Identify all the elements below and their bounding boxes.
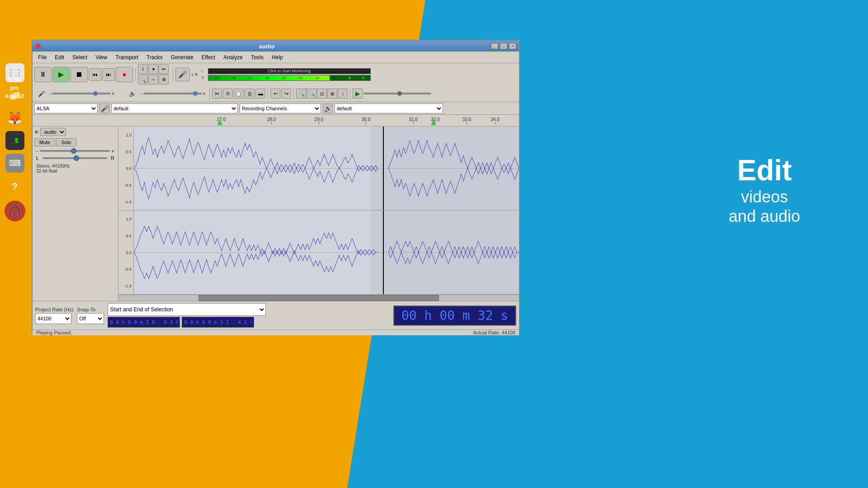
close-button[interactable]: × [509,43,516,49]
recording-channels-select[interactable]: Recording Channels [240,103,321,113]
menu-tracks[interactable]: Tracks [143,53,166,61]
speed-slider[interactable] [363,93,431,94]
ruler-mark-31: 31.0 [409,117,417,124]
waveform-track-top[interactable]: 1.0 0.5 0.0 -0.5 -1.0 [118,127,519,211]
selection-start-input[interactable] [108,317,180,328]
menu-analyze[interactable]: Analyze [220,53,246,61]
edit-word: Edit [737,154,792,187]
lr-label-l: L [192,72,194,77]
draw-tool-button[interactable]: ✏ [159,64,169,74]
title-bar: audio _ □ × [33,41,519,52]
mute-button[interactable]: Mute [34,138,55,146]
mic-icon[interactable]: 🎤 [175,68,190,81]
input-device-select[interactable]: default [111,103,238,113]
zoom-out-button[interactable]: 🔍 [307,89,316,99]
spk-max-label: + [203,91,206,96]
spk-vol-slider[interactable] [143,93,202,94]
mic-vol-icon: 🎤 [34,87,49,100]
zoom-sel-button[interactable]: ⊡ [317,89,327,99]
horizontal-scrollbar[interactable] [118,295,519,301]
cut-button[interactable]: ✂ [212,89,222,99]
select-tool-button[interactable]: I [138,64,148,74]
audio-host-select[interactable]: ALSA [34,103,98,113]
scrollbar-thumb[interactable] [198,295,439,301]
menu-file[interactable]: File [34,53,50,61]
output-toggle-btn[interactable]: 🔊 [323,103,333,113]
snap-to-select[interactable]: Off [77,313,104,324]
minimize-button[interactable]: _ [491,43,498,49]
zoom-in-tool-button[interactable]: 🔍 [138,75,148,84]
snap-to-label: Snap-To [77,307,95,312]
pan-l-label: L [36,155,39,161]
pause-button[interactable]: ⏸ [34,67,52,82]
menu-edit[interactable]: Edit [51,53,68,61]
waveform-container[interactable]: 1.0 0.5 0.0 -0.5 -1.0 [118,127,519,301]
firefox-icon-btn[interactable]: 🦊 [5,108,24,127]
toolbar-area: ⏸ ▶ ⏹ ⏮ ⏭ ● I ✦ ✏ 🔍 ↔ ✲ 🎤 [33,63,519,102]
output-device-select[interactable]: default [335,103,443,113]
menu-select[interactable]: Select [69,53,91,61]
playhead-line [383,127,384,210]
time-inputs [108,317,266,328]
headphones-icon-btn[interactable]: 🎧 [5,201,25,221]
undo-button[interactable]: ↩ [270,89,280,99]
trim-button[interactable]: ||| [245,89,255,99]
timeline-ruler: 27.0 28.0 29.0 30.0 31.0 [33,115,519,127]
menu-view[interactable]: View [92,53,111,61]
time-display-big: 00 h 00 m 32 s [393,305,516,326]
ruler-mark-34: 34.0 [491,117,499,124]
menu-tools[interactable]: Tools [247,53,267,61]
zoom-wave-button[interactable]: ↕ [338,89,348,99]
toolbar-row-1: ⏸ ▶ ⏹ ⏮ ⏭ ● I ✦ ✏ 🔍 ↔ ✲ 🎤 [33,63,519,85]
sep-6 [350,87,350,100]
play-button[interactable]: ▶ [52,67,70,82]
gain-min-label: - [36,148,38,154]
question-icon-btn[interactable]: ? [5,176,25,197]
zoom-fit-button[interactable]: ⊞ [327,89,337,99]
waveform-track-bottom[interactable]: 1.0 0.5 0.0 -0.5 -1.0 [118,211,519,295]
envelope-tool-button[interactable]: ✦ [148,64,158,74]
gain-max-label: + [112,148,114,154]
mic-vol-slider[interactable] [52,93,111,94]
zoom-in-button[interactable]: 🔍 [296,89,306,99]
rewind-button[interactable]: ⏮ [89,68,101,81]
copy-button[interactable]: ⎘ [223,89,233,99]
timeshift-tool-button[interactable]: ↔ [148,75,158,84]
silence-button[interactable]: ▬ [255,89,265,99]
transport-controls: ⏸ ▶ ⏹ ⏮ ⏭ ● [34,67,133,82]
paste-button[interactable]: 📋 [234,89,244,99]
track-name-dropdown[interactable]: audio [40,128,66,136]
ruler-mark-29: 29.0 [315,117,323,124]
pan-slider[interactable] [42,157,107,159]
redo-button[interactable]: ↪ [281,89,291,99]
menu-bar: File Edit Select View Transport Tracks G… [33,52,519,63]
solo-button[interactable]: Solo [56,138,76,146]
mic-toggle-btn[interactable]: 🎤 [99,103,109,113]
menu-generate[interactable]: Generate [167,53,197,61]
menu-help[interactable]: Help [268,53,287,61]
bottom-bar: Project Rate (Hz) 44100 Snap-To Off Star… [33,301,519,333]
click-monitor-text: Click to Start Monitoring [268,69,311,73]
selection-type-select[interactable]: Start and End of Selection [108,303,266,316]
terminal-icon-btn[interactable]: _$ [5,131,24,150]
stop-button[interactable]: ⏹ [71,67,88,82]
zoom-controls: 🔍 🔍 ⊡ ⊞ ↕ [296,89,348,99]
mic-controls: 🎤 L R L Click to Start Monitoring [175,68,371,81]
play-speed-btn[interactable]: ▶ [353,89,363,99]
waveform-svg-bottom [134,211,519,294]
fastforward-button[interactable]: ⏭ [102,68,115,81]
gain-slider[interactable] [40,150,110,152]
multi-tool-button[interactable]: ✲ [159,75,169,84]
sep-2 [173,68,173,81]
maximize-button[interactable]: □ [500,43,507,49]
keyboard-icon-btn[interactable]: ⌨ [5,154,24,173]
project-rate-select[interactable]: 44100 [35,313,71,324]
menu-effect[interactable]: Effect [198,53,219,61]
sep-1 [135,68,136,81]
ruler-content: 27.0 28.0 29.0 30.0 31.0 [204,115,519,125]
title-controls: _ □ × [491,43,516,49]
menu-transport[interactable]: Transport [112,53,142,61]
track-close-btn[interactable]: ✕ [34,129,38,135]
record-button[interactable]: ● [116,67,133,82]
selection-end-input[interactable] [182,317,254,328]
